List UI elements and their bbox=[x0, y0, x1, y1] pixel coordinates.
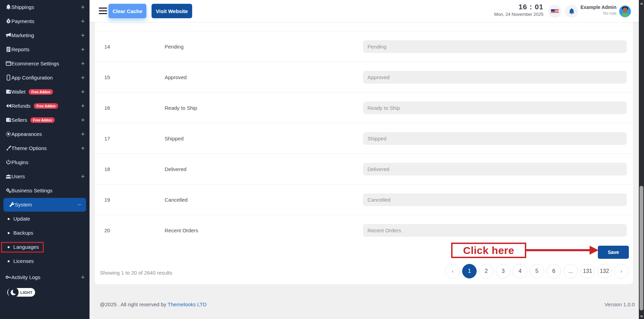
page-footer: @2025 . All right reserved by Themelooks… bbox=[90, 296, 639, 312]
plus-icon[interactable]: + bbox=[81, 18, 85, 24]
sidebar-item-refunds[interactable]: RefundsFree Addon+ bbox=[0, 99, 90, 113]
hamburger-menu-icon[interactable] bbox=[99, 8, 107, 14]
sidebar-subitem-backups[interactable]: ●Backups bbox=[0, 226, 90, 240]
sidebar-item-theme-options[interactable]: Theme Options+ bbox=[0, 141, 90, 155]
bullet-icon: ● bbox=[7, 245, 10, 249]
table-row: 18Delivered bbox=[95, 153, 633, 184]
avatar-shirt bbox=[621, 13, 629, 17]
sidebar-item-activity-logs[interactable]: Activity Logs+ bbox=[0, 270, 90, 284]
user-name: Example Admin bbox=[580, 4, 616, 10]
avatar-face bbox=[623, 8, 627, 13]
sidebar-item-sellers[interactable]: SellersFree Addon+ bbox=[0, 113, 90, 127]
plus-icon[interactable]: + bbox=[81, 46, 85, 53]
sidebar-item-label: Sellers bbox=[11, 117, 27, 123]
paint-brush-icon bbox=[6, 145, 11, 151]
pagination-page-132[interactable]: 132 bbox=[597, 264, 612, 278]
scroll-up-arrow-icon[interactable] bbox=[640, 2, 643, 4]
save-button[interactable]: Save bbox=[598, 246, 629, 259]
pagination-prev-button[interactable]: ‹ bbox=[445, 264, 460, 278]
plus-icon[interactable]: + bbox=[81, 103, 85, 109]
language-value-input[interactable] bbox=[363, 193, 627, 206]
row-number: 18 bbox=[104, 166, 110, 172]
sidebar-item-reports[interactable]: Reports+ bbox=[0, 42, 90, 56]
plus-icon[interactable]: + bbox=[81, 60, 85, 67]
pagination: ‹123456...131132› bbox=[445, 264, 629, 278]
sidebar-subitem-update[interactable]: ●Update bbox=[0, 212, 90, 226]
language-value-input[interactable] bbox=[363, 163, 627, 176]
sidebar-subitem-label: Update bbox=[13, 216, 30, 222]
scrollbar-thumb[interactable] bbox=[640, 186, 643, 310]
us-flag-icon bbox=[551, 9, 559, 14]
pagination-page-6[interactable]: 6 bbox=[547, 264, 561, 278]
language-value-input[interactable] bbox=[363, 71, 627, 84]
free-addon-badge: Free Addon bbox=[29, 89, 53, 95]
plus-icon[interactable]: + bbox=[81, 74, 85, 81]
sidebar-item-marketing[interactable]: Marketing+ bbox=[0, 28, 90, 42]
current-date: Mon, 24 November 2025 bbox=[494, 12, 543, 17]
version-label: Version 1.0.0 bbox=[604, 301, 635, 307]
sidebar-item-plugins[interactable]: Plugins bbox=[0, 155, 90, 169]
notifications-button[interactable] bbox=[565, 5, 578, 18]
plus-icon[interactable]: + bbox=[81, 32, 85, 39]
user-role: No role bbox=[580, 11, 616, 16]
plus-icon[interactable]: + bbox=[81, 88, 85, 95]
main-area: Clear Cache Visit Website 16 : 01 Mon, 2… bbox=[90, 0, 639, 319]
annotation-arrow-head-icon bbox=[590, 246, 599, 255]
scroll-down-arrow-icon[interactable] bbox=[640, 316, 643, 318]
money-bag-icon: $ bbox=[6, 18, 11, 24]
sidebar-item-label: Plugins bbox=[11, 159, 28, 165]
language-value-input[interactable] bbox=[363, 40, 627, 53]
sidebar-item-payments[interactable]: $Payments+ bbox=[0, 14, 90, 28]
pagination-page-131[interactable]: 131 bbox=[580, 264, 595, 278]
pagination-page-5[interactable]: 5 bbox=[530, 264, 544, 278]
pagination-page-1[interactable]: 1 bbox=[462, 264, 477, 278]
sidebar-item-business-settings[interactable]: Business Settings bbox=[0, 183, 90, 198]
rewind-icon bbox=[6, 103, 11, 109]
plus-icon[interactable]: + bbox=[81, 173, 85, 180]
pagination-page-3[interactable]: 3 bbox=[496, 264, 510, 278]
pagination-page-4[interactable]: 4 bbox=[513, 264, 527, 278]
language-key-label: Shipped bbox=[165, 136, 184, 141]
pagination-page-2[interactable]: 2 bbox=[479, 264, 494, 278]
sidebar-item-label: App Configuration bbox=[11, 75, 53, 81]
sidebar-item-wallet[interactable]: WalletFree Addon+ bbox=[0, 85, 90, 99]
plus-icon[interactable]: + bbox=[81, 145, 85, 151]
themelooks-link[interactable]: Themelooks LTD bbox=[168, 301, 207, 307]
sidebar-subitem-licenses[interactable]: ●Licenses bbox=[0, 254, 90, 268]
bullet-icon: ● bbox=[7, 259, 10, 263]
pagination-next-button[interactable]: › bbox=[614, 264, 629, 278]
table-row: 20Recent Orders bbox=[95, 215, 633, 245]
page-scrollbar[interactable] bbox=[639, 0, 644, 319]
clear-cache-button[interactable]: Clear Cache bbox=[108, 4, 146, 18]
user-avatar[interactable] bbox=[619, 6, 631, 17]
language-value-input[interactable] bbox=[363, 102, 627, 114]
plus-icon[interactable]: + bbox=[81, 4, 85, 10]
theme-toggle[interactable]: LIGHT bbox=[7, 288, 35, 297]
plus-icon[interactable]: + bbox=[81, 274, 85, 280]
minus-icon[interactable]: − bbox=[77, 201, 81, 208]
sidebar-item-app-configuration[interactable]: App Configuration+ bbox=[0, 71, 90, 85]
active-item-pill: System− bbox=[3, 198, 86, 212]
sidebar-item-label: Refunds bbox=[11, 103, 31, 109]
copyright-text: @2025 . All right reserved by Themelooks… bbox=[100, 301, 207, 307]
language-value-input[interactable] bbox=[363, 224, 627, 237]
sidebar-item-users[interactable]: Users+ bbox=[0, 169, 90, 183]
free-addon-badge: Free Addon bbox=[34, 103, 58, 109]
sidebar-item-label: Business Settings bbox=[11, 188, 52, 193]
plus-icon[interactable]: + bbox=[81, 131, 85, 137]
sidebar-item-label: Wallet bbox=[11, 89, 25, 95]
language-flag-button[interactable] bbox=[548, 5, 561, 18]
sidebar-item-appearances[interactable]: Appearances+ bbox=[0, 127, 90, 141]
sidebar-subitem-languages[interactable]: ●Languages bbox=[0, 240, 90, 254]
sidebar-item-ecommerce-settings[interactable]: Ecommerce Settings+ bbox=[0, 56, 90, 71]
sidebar-item-system[interactable]: System− bbox=[0, 198, 90, 212]
language-value-input[interactable] bbox=[363, 132, 627, 145]
plus-icon[interactable]: + bbox=[81, 117, 85, 123]
sidebar-item-label: Ecommerce Settings bbox=[11, 61, 59, 66]
table-row: 17Shipped bbox=[95, 123, 633, 153]
wrench-icon bbox=[9, 202, 15, 208]
sidebar-item-shippings[interactable]: Shippings+ bbox=[0, 0, 90, 14]
visit-website-button[interactable]: Visit Website bbox=[152, 4, 192, 18]
pagination-ellipsis: ... bbox=[563, 264, 578, 278]
browser-window-icon bbox=[6, 61, 11, 66]
